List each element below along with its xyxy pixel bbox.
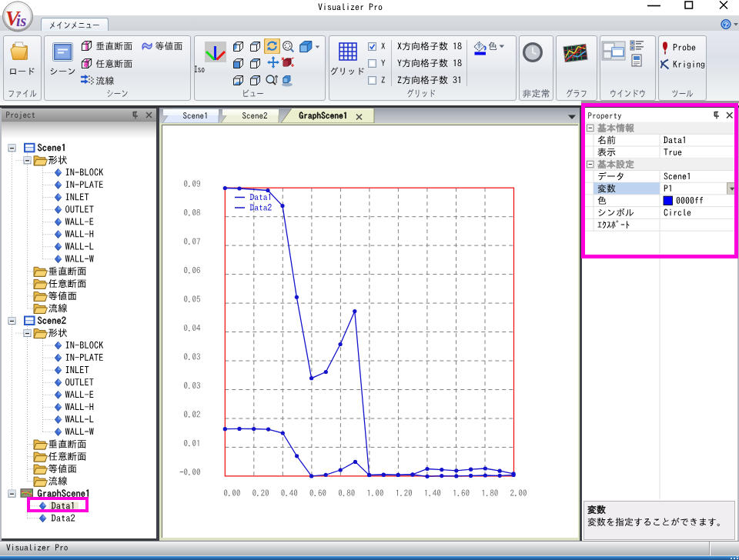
svg-text:is: is xyxy=(16,12,27,29)
svg-text:?: ? xyxy=(724,20,728,28)
